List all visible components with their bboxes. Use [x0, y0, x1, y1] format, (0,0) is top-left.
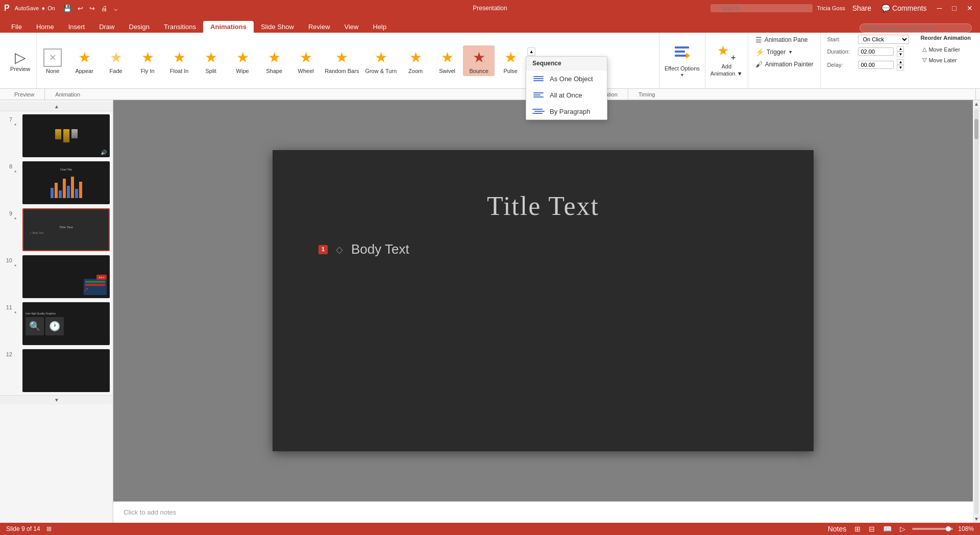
language-indicator: ⊞ [46, 525, 52, 532]
anim-grow-turn[interactable]: ★ Grow & Turn [362, 45, 400, 76]
tell-me-input[interactable] [860, 23, 972, 33]
anim-random-bars[interactable]: ★ Random Bars [322, 45, 362, 76]
animation-number-badge: 1 [318, 245, 328, 254]
add-animation-group[interactable]: ★ + Add Animation ▼ [705, 33, 748, 88]
anim-wheel[interactable]: ★ Wheel [290, 45, 322, 76]
as-one-object-icon [532, 74, 545, 83]
move-later-btn[interactable]: ▽ Move Later [920, 56, 971, 64]
effect-options-group[interactable]: Effect Options ▼ [659, 33, 705, 88]
share-button[interactable]: Share [849, 3, 874, 13]
timing-section: Start: On Click Duration: ▲ ▼ Delay: ▲ ▼ [821, 33, 915, 88]
anim-swivel[interactable]: ★ Swivel [431, 45, 463, 76]
anim-float-in[interactable]: ★ Float In [163, 45, 195, 76]
tab-slideshow[interactable]: Slide Show [254, 21, 301, 33]
tab-design[interactable]: Design [122, 21, 157, 33]
scroll-up-main[interactable]: ▲ [974, 101, 979, 107]
comments-button[interactable]: 💬 Comments [878, 3, 930, 13]
animation-pane-btn[interactable]: ☰ Animation Pane [753, 35, 816, 45]
zoom-slider[interactable] [912, 528, 953, 530]
slide-img-11[interactable]: Use High-Quality Graphics 🔍 🕐 [22, 302, 110, 345]
slide-img-12[interactable] [22, 349, 110, 392]
panel-scroll-down[interactable]: ▼ [0, 395, 113, 404]
animation-painter-btn[interactable]: 🖌 Animation Painter [753, 59, 816, 69]
anim-fly-in-icon: ★ [137, 47, 158, 68]
slide-main[interactable]: Title Text 1 ◇ Body Text [273, 150, 814, 451]
slide-thumb-11[interactable]: 11 * Use High-Quality Graphics 🔍 🕐 [0, 301, 113, 346]
anim-bounce[interactable]: ★ Bounce [463, 45, 495, 76]
reading-view-btn[interactable]: 📖 [881, 524, 893, 533]
anim-none[interactable]: ✕ None [37, 45, 68, 76]
anim-appear-icon: ★ [74, 47, 94, 68]
start-label: Start: [827, 36, 855, 42]
slide-sorter-btn[interactable]: ⊟ [867, 524, 876, 533]
anim-zoom[interactable]: ★ Zoom [400, 45, 431, 76]
move-earlier-btn[interactable]: △ Move Earlier [920, 45, 971, 54]
slide-num-9: 9 [3, 210, 12, 216]
quick-access-toolbar: AutoSave ● On 💾 ↩ ↪ 🖨 ⌵ [15, 4, 120, 13]
ribbon: ▷ Preview ✕ None ★ Appear [0, 33, 980, 89]
delay-input[interactable] [858, 61, 894, 69]
preview-group[interactable]: ▷ Preview [4, 33, 37, 88]
tab-view[interactable]: View [337, 21, 366, 33]
dropdown-item-as-one-object[interactable]: As One Object [526, 70, 607, 87]
tab-animations[interactable]: Animations [203, 21, 254, 33]
duration-input[interactable] [858, 47, 894, 56]
print-button[interactable]: 🖨 [99, 4, 110, 13]
tab-draw[interactable]: Draw [92, 21, 121, 33]
slide-thumb-9[interactable]: 9 * Title Text ◇ Body Text [0, 207, 113, 252]
close-button[interactable]: ✕ [964, 3, 976, 13]
slide-thumb-8[interactable]: 8 * Chart Title [0, 160, 113, 205]
dropdown-item-by-paragraph[interactable]: By Paragraph [526, 103, 607, 119]
delay-row: Delay: ▲ ▼ [827, 59, 909, 70]
tab-help[interactable]: Help [366, 21, 394, 33]
slide-img-8[interactable]: Chart Title [22, 161, 110, 204]
slide-img-9[interactable]: Title Text ◇ Body Text [22, 208, 110, 251]
tab-home[interactable]: Home [29, 21, 61, 33]
delay-up[interactable]: ▲ [897, 59, 904, 65]
save-button[interactable]: 💾 [61, 4, 74, 13]
duration-down[interactable]: ▼ [897, 52, 904, 57]
notes-area[interactable]: Click to add notes [113, 501, 973, 523]
slide-thumb-10[interactable]: 10 * BOLD → [0, 254, 113, 299]
options-button[interactable]: ⌵ [112, 4, 120, 13]
tab-review[interactable]: Review [301, 21, 337, 33]
slideshow-btn[interactable]: ▷ [898, 524, 907, 533]
anim-pulse[interactable]: ★ Pulse [495, 45, 526, 76]
status-bar: Slide 9 of 14 ⊞ Notes ⊞ ⊟ 📖 ▷ 108% [0, 523, 980, 535]
anim-appear[interactable]: ★ Appear [68, 45, 100, 76]
trigger-arrow: ▼ [788, 50, 793, 55]
minimize-button[interactable]: ─ [934, 3, 945, 13]
anim-shape[interactable]: ★ Shape [258, 45, 290, 76]
slide-thumb-12[interactable]: 12 * [0, 348, 113, 393]
panel-scroll-up[interactable]: ▲ [0, 102, 113, 111]
tab-transitions[interactable]: Transitions [157, 21, 203, 33]
slide-img-10[interactable]: BOLD → [22, 255, 110, 298]
delay-down[interactable]: ▼ [897, 65, 904, 70]
scroll-down-main[interactable]: ▼ [974, 516, 979, 522]
zoom-thumb [946, 526, 951, 531]
move-later-icon: ▽ [922, 57, 926, 63]
normal-view-btn[interactable]: ⊞ [853, 524, 862, 533]
anim-split[interactable]: ★ Split [195, 45, 227, 76]
animation-painter-label: Animation Painter [765, 61, 814, 68]
scroll-up-btn[interactable]: ▲ [527, 47, 535, 56]
start-select[interactable]: On Click [858, 35, 909, 44]
trigger-btn[interactable]: ⚡ Trigger ▼ [753, 47, 816, 57]
tab-insert[interactable]: Insert [61, 21, 92, 33]
restore-button[interactable]: □ [949, 3, 960, 13]
notes-view-btn[interactable]: Notes [826, 524, 848, 533]
duration-up[interactable]: ▲ [897, 46, 904, 52]
reorder-label: Reorder Animation [920, 35, 971, 41]
by-paragraph-label: By Paragraph [550, 108, 591, 115]
title-bar-left: P AutoSave ● On 💾 ↩ ↪ 🖨 ⌵ Presentation [4, 4, 120, 13]
anim-wipe[interactable]: ★ Wipe [227, 45, 258, 76]
redo-button[interactable]: ↪ [87, 4, 97, 13]
slide-img-7[interactable]: 🔊 [22, 114, 110, 157]
anim-fly-in[interactable]: ★ Fly In [132, 45, 163, 76]
dropdown-item-all-at-once[interactable]: All at Once [526, 87, 607, 103]
slide-thumb-7[interactable]: 7 * 🔊 [0, 113, 113, 158]
tab-file[interactable]: File [4, 21, 29, 33]
undo-button[interactable]: ↩ [76, 4, 85, 13]
search-input[interactable] [710, 4, 813, 12]
anim-fade[interactable]: ★ Fade [100, 45, 132, 76]
